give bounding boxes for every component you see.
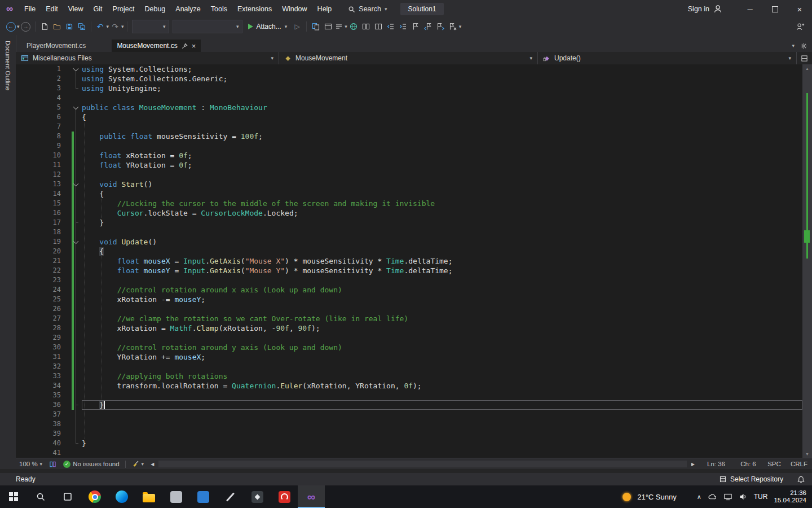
code-text[interactable]: void Update() [82,237,802,247]
code-line-22[interactable]: 22 float mouseY = Input.GetAxis("Mouse Y… [16,266,802,275]
code-text[interactable] [82,391,802,400]
code-line-17[interactable]: 17 } [16,218,802,227]
start-without-debugging-button[interactable]: ▷ [291,19,303,34]
document-health-indicator[interactable]: ✓ No issues found [60,458,122,470]
code-text[interactable]: float xRotation = 0f; [82,151,802,160]
title-search[interactable]: Search ▾ [342,3,392,15]
tab-mousemovement[interactable]: MouseMovement.cs × [112,40,201,52]
code-line-12[interactable]: 12 [16,170,802,179]
code-text[interactable] [82,141,802,151]
editor-scrollbar[interactable]: ▲ ▼ [802,64,812,458]
redo-button[interactable]: ↷ [109,19,121,34]
project-dropdown[interactable]: Miscellaneous Files ▾ [16,52,279,64]
glyph-margin[interactable] [61,439,82,448]
code-line-24[interactable]: 24 //control rotation around x axis (Loo… [16,285,802,295]
code-text[interactable] [82,333,802,343]
glyph-margin[interactable] [61,400,82,410]
glyph-margin[interactable] [61,371,82,381]
file-explorer-button[interactable] [135,485,162,508]
code-line-1[interactable]: 1using System.Collections; [16,64,802,74]
code-line-32[interactable]: 32 [16,362,802,371]
taskbar-app-1-button[interactable] [162,485,189,508]
glyph-margin[interactable] [61,410,82,419]
tab-playermovement[interactable]: PlayerMovement.cs [21,40,91,52]
glyph-margin[interactable] [61,141,82,151]
code-line-9[interactable]: 9 [16,141,802,151]
code-text[interactable]: { [82,247,802,256]
pin-icon[interactable] [182,43,188,49]
navigate-forward-button[interactable]: → [20,19,32,34]
code-line-40[interactable]: 40} [16,439,802,448]
save-all-button[interactable] [76,19,88,34]
member-dropdown[interactable]: Update() ▾ [538,52,797,64]
glyph-margin[interactable] [61,227,82,237]
glyph-margin[interactable] [61,285,82,295]
line-ending-indicator[interactable]: CRLF [786,461,812,467]
code-text[interactable]: public float mouseSensitivity = 100f; [82,132,802,141]
zoom-control[interactable]: 100 % ▾ [16,458,46,470]
split-window-control[interactable] [797,52,812,64]
glyph-margin[interactable] [61,64,82,74]
code-line-28[interactable]: 28 xRotation = Mathf.Clamp(xRotation, -9… [16,323,802,333]
line-indicator[interactable]: Ln: 36 [698,461,734,467]
code-line-35[interactable]: 35 [16,391,802,400]
code-line-16[interactable]: 16 Cursor.lockState = CursorLockMode.Loc… [16,208,802,218]
code-line-34[interactable]: 34 transform.localRotation = Quaternion.… [16,381,802,391]
code-text[interactable]: } [82,218,802,227]
split-view-button[interactable] [46,458,60,470]
glyph-margin[interactable] [61,362,82,371]
glyph-margin[interactable] [61,391,82,400]
code-line-37[interactable]: 37 [16,410,802,419]
edge-button[interactable] [108,485,135,508]
minimize-button[interactable]: ─ [738,0,762,18]
tray-chevron-up-icon[interactable]: ∧ [697,493,701,501]
send-feedback-button[interactable] [794,19,806,34]
code-line-10[interactable]: 10 float xRotation = 0f; [16,151,802,160]
glyph-margin[interactable] [61,179,82,189]
code-line-14[interactable]: 14 { [16,189,802,199]
toggle-bookmark-button[interactable] [409,19,422,34]
prev-bookmark-button[interactable] [422,19,434,34]
undo-button[interactable]: ↶ [94,19,107,34]
code-line-4[interactable]: 4 [16,93,802,103]
code-line-31[interactable]: 31 YRotation += mouseX; [16,352,802,362]
user-profile-icon[interactable] [713,4,723,14]
code-line-13[interactable]: 13 void Start() [16,179,802,189]
glyph-margin[interactable] [61,112,82,122]
taskbar-app-3-button[interactable] [217,485,244,508]
menu-file[interactable]: File [19,5,41,13]
taskbar-search-button[interactable] [27,485,54,508]
code-text[interactable]: public class MouseMovement : MonoBehavio… [82,103,802,112]
code-text[interactable]: //we clamp the rotation so we cant Over-… [82,314,802,323]
new-window-button[interactable] [322,19,334,34]
code-line-38[interactable]: 38 [16,419,802,429]
glyph-margin[interactable] [61,381,82,391]
glyph-margin[interactable] [61,419,82,429]
code-line-21[interactable]: 21 float mouseX = Input.GetAxis("Mouse X… [16,256,802,266]
code-text[interactable]: //control rotation around x axis (Look u… [82,285,802,295]
glyph-margin[interactable] [61,103,82,112]
taskbar-app-4-button[interactable] [244,485,271,508]
close-button[interactable]: × [787,0,812,18]
acrobat-button[interactable] [271,485,298,508]
code-text[interactable]: float mouseY = Input.GetAxis("Mouse Y") … [82,266,802,275]
code-text[interactable]: //Locking the cursor to the middle of th… [82,199,802,208]
code-line-30[interactable]: 30 //control rotation around y axis (Loo… [16,343,802,352]
menu-help[interactable]: Help [312,5,337,13]
code-text[interactable]: void Start() [82,179,802,189]
scroll-down-icon[interactable]: ▼ [802,450,812,458]
keyboard-language[interactable]: TUR [754,493,768,501]
code-line-33[interactable]: 33 //applying both rotations [16,371,802,381]
code-editor[interactable]: 1using System.Collections;2using System.… [16,64,802,458]
code-text[interactable]: xRotation -= mouseY; [82,295,802,304]
glyph-margin[interactable] [61,333,82,343]
task-view-button[interactable] [54,485,81,508]
glyph-margin[interactable] [61,448,82,458]
code-text[interactable] [82,122,802,132]
type-dropdown[interactable]: MouseMovement ▾ [279,52,538,64]
code-text[interactable] [82,448,802,458]
code-text[interactable] [82,93,802,103]
glyph-margin[interactable] [61,160,82,170]
code-text[interactable] [82,170,802,179]
code-line-3[interactable]: 3using UnityEngine; [16,84,802,93]
